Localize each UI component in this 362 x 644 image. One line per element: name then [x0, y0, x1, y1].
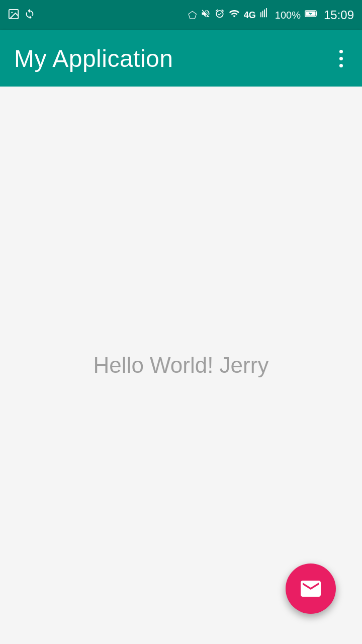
- gallery-icon: [8, 9, 19, 22]
- app-bar-title: My Application: [14, 45, 173, 72]
- battery-full-icon: [305, 8, 318, 22]
- battery-percentage: 100%: [275, 10, 301, 21]
- status-time: 15:09: [324, 8, 354, 22]
- 4g-icon: 4G: [244, 10, 256, 21]
- status-bar: ⬠ 4G 100%: [0, 0, 362, 30]
- overflow-dot-1: [339, 50, 343, 53]
- signal-bars-icon: [260, 8, 271, 22]
- sync-icon: [24, 9, 35, 22]
- overflow-menu-button[interactable]: [334, 45, 348, 72]
- wifi-icon: [229, 8, 240, 22]
- status-bar-left-icons: [8, 9, 35, 22]
- app-bar: My Application: [0, 30, 362, 87]
- svg-point-1: [11, 12, 13, 13]
- status-bar-right-icons: ⬠ 4G 100%: [188, 8, 354, 22]
- main-content: Hello World! Jerry: [0, 87, 362, 644]
- svg-rect-3: [316, 12, 317, 15]
- fab-email-button[interactable]: [286, 564, 336, 614]
- hello-world-text: Hello World! Jerry: [94, 353, 269, 378]
- overflow-dot-3: [339, 64, 343, 67]
- alarm-icon: [215, 9, 225, 22]
- email-icon: [299, 577, 323, 601]
- bluetooth-icon: ⬠: [188, 9, 197, 21]
- overflow-dot-2: [339, 57, 343, 60]
- mute-icon: [201, 9, 211, 22]
